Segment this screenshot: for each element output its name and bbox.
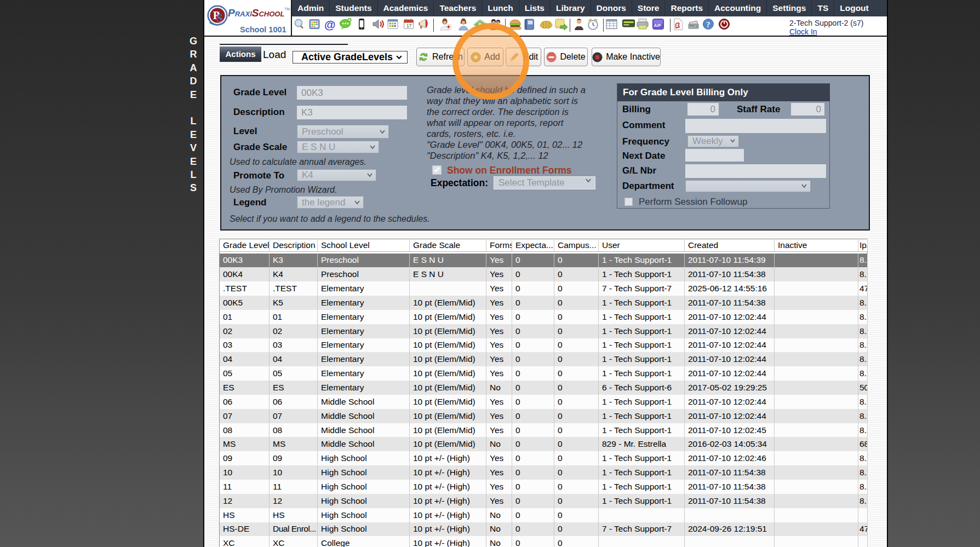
svg-text:17: 17 [406, 23, 412, 28]
svg-text:S: S [216, 12, 222, 24]
svg-text:@: @ [324, 18, 335, 31]
svg-text:A/P: A/P [654, 23, 662, 28]
svg-text:?: ? [706, 20, 710, 29]
